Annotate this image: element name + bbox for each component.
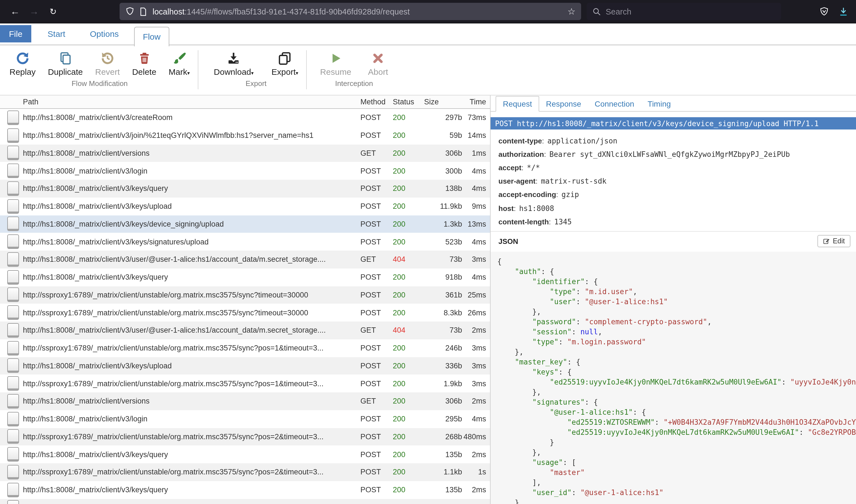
forward-button[interactable]: → (24, 6, 44, 17)
url-text: localhost:1445/#/flows/fba5f13d-91e1-437… (153, 7, 567, 16)
flow-indicator-button[interactable] (7, 430, 19, 444)
request-header-line[interactable]: accept:*/* (498, 161, 856, 175)
flow-path: http://hs1:8008/_matrix/client/v3/keys/q… (23, 450, 360, 458)
flow-indicator-button[interactable] (7, 110, 19, 125)
tab-flow[interactable]: Flow (134, 26, 169, 46)
delete-button[interactable]: Delete (126, 50, 162, 76)
flow-indicator-button[interactable] (7, 483, 19, 497)
table-row[interactable]: http://hs1:8008/_matrix/client/v3/user/@… (0, 251, 490, 268)
table-row[interactable]: http://hs1:8008/_matrix/client/v3/keys/s… (0, 233, 490, 251)
table-row[interactable]: http://hs1:8008/_matrix/client/v3/keys/q… (0, 446, 490, 464)
section-divider (491, 231, 856, 232)
extension-shield-icon[interactable] (820, 6, 828, 16)
column-time[interactable]: Time (462, 98, 490, 106)
table-row[interactable]: http://ssproxy1:6789/_matrix/client/unst… (0, 463, 490, 481)
table-row[interactable]: http://ssproxy1:6789/_matrix/client/unst… (0, 286, 490, 304)
flow-indicator-button[interactable] (7, 465, 19, 480)
request-header-line[interactable]: content-length:1345 (498, 215, 856, 228)
flow-indicator-button[interactable] (7, 128, 19, 143)
request-header-line[interactable]: accept-encoding:gzip (498, 188, 856, 201)
flow-indicator-button[interactable] (7, 181, 19, 196)
flow-path: http://hs1:8008/_matrix/client/v3/keys/q… (23, 184, 360, 193)
export-button[interactable]: Export▾ (266, 50, 305, 76)
flow-status: 200 (393, 131, 422, 140)
flow-indicator-button[interactable] (7, 323, 19, 338)
tab-request[interactable]: Request (496, 96, 539, 112)
menu-options[interactable]: Options (82, 25, 127, 42)
table-row[interactable]: http://hs1:8008/_matrix/client/v3/keys/d… (0, 215, 490, 233)
back-button[interactable]: ← (5, 6, 24, 17)
flow-indicator-button[interactable] (7, 376, 19, 391)
flow-size: 918b (422, 273, 462, 281)
flow-indicator-button[interactable] (7, 270, 19, 284)
flow-indicator-button[interactable] (7, 412, 19, 426)
table-row[interactable]: http://hs1:8008/_matrix/client/v3/join/%… (0, 127, 490, 145)
table-row[interactable]: http://hs1:8008/_matrix/client/v3/user/@… (0, 322, 490, 339)
table-row[interactable]: http://hs1:8008/_matrix/client/v3/loginP… (0, 162, 490, 180)
tab-timing[interactable]: Timing (641, 96, 678, 111)
flow-method: POST (360, 291, 393, 299)
browser-search-input[interactable] (606, 7, 762, 16)
table-row[interactable]: http://hs1:8008/_matrix/client/v3/keys/u… (0, 357, 490, 375)
flow-size: 361b (422, 291, 462, 299)
abort-button[interactable]: Abort (362, 50, 394, 76)
flow-indicator-button[interactable] (7, 447, 19, 462)
url-bar[interactable]: localhost:1445/#/flows/fba5f13d-91e1-437… (120, 3, 581, 20)
flow-time: 1s (462, 468, 490, 476)
table-row[interactable]: http://ssproxy1:6789/_matrix/client/unst… (0, 339, 490, 357)
table-row[interactable]: http://ssproxy1:6789/_matrix/client/unst… (0, 375, 490, 393)
table-row[interactable]: http://hs1:8008/_matrix/client/versionsG… (0, 144, 490, 162)
table-row[interactable]: http://hs1:8008/_matrix/client/v3/keys/q… (0, 481, 490, 499)
column-path[interactable]: Path (0, 98, 360, 106)
request-header-line[interactable]: content-type:application/json (498, 134, 856, 147)
json-body[interactable]: { "auth": { "identifier": { "type": "m.i… (491, 252, 856, 504)
flow-indicator-button[interactable] (7, 305, 19, 320)
flow-indicator-button[interactable] (7, 288, 19, 302)
flow-table-body: http://hs1:8008/_matrix/client/v3/create… (0, 109, 490, 504)
request-header-line[interactable]: user-agent:matrix-rust-sdk (498, 175, 856, 188)
flow-indicator-button[interactable] (7, 341, 19, 355)
bookmark-star-icon[interactable]: ☆ (567, 6, 576, 17)
download-button[interactable]: Download▾ (208, 50, 260, 76)
resume-button[interactable]: Resume (314, 50, 358, 76)
flow-indicator-button[interactable] (7, 394, 19, 409)
flow-indicator-button[interactable] (7, 199, 19, 214)
table-row[interactable]: http://hs1:8008/_matrix/client/v3/keys/q… (0, 268, 490, 286)
column-method[interactable]: Method (360, 98, 393, 106)
tab-response[interactable]: Response (539, 96, 588, 111)
flow-indicator-button[interactable] (7, 146, 19, 160)
mark-button[interactable]: Mark▾ (162, 50, 196, 76)
tab-connection[interactable]: Connection (588, 96, 641, 111)
downloads-icon[interactable] (839, 6, 848, 16)
column-size[interactable]: Size (422, 98, 462, 106)
revert-button[interactable]: Revert (89, 50, 126, 76)
flow-indicator-button[interactable] (7, 164, 19, 178)
replay-button[interactable]: Replay (3, 50, 41, 76)
reload-button[interactable]: ↻ (44, 6, 63, 16)
table-row[interactable]: http://hs1:8008/_matrix/client/v3/keys/u… (0, 198, 490, 215)
request-line[interactable]: POST http://hs1:8008/_matrix/client/v3/k… (491, 117, 856, 129)
edit-body-button[interactable]: Edit (818, 235, 851, 248)
flow-indicator-button[interactable] (7, 234, 19, 249)
table-row[interactable]: http://hs1:8008/_matrix/client/versionsG… (0, 392, 490, 410)
flow-indicator-button[interactable] (7, 217, 19, 231)
duplicate-button[interactable]: Duplicate (41, 50, 89, 76)
menu-file[interactable]: File (0, 25, 31, 42)
flow-indicator-button[interactable] (7, 359, 19, 373)
request-header-line[interactable]: authorization:Bearer syt_dXNlci0xLWFsaWN… (498, 147, 856, 161)
column-status[interactable]: Status (393, 98, 422, 106)
flow-status: 200 (393, 149, 422, 157)
flow-method: GET (360, 255, 393, 264)
flow-indicator-button[interactable] (7, 252, 19, 267)
menu-start[interactable]: Start (39, 25, 73, 42)
toolbar-separator (306, 50, 307, 89)
browser-search-box[interactable] (587, 3, 781, 20)
table-row[interactable]: http://hs1:8008/_matrix/client/v3/loginP… (0, 410, 490, 428)
request-header-line[interactable]: host:hs1:8008 (498, 201, 856, 215)
flow-indicator-button[interactable] (7, 500, 19, 504)
table-row[interactable]: http://hs1:8008/_matrix/client/v3/keys/q… (0, 180, 490, 198)
table-row[interactable]: http://ssproxy1:6789/_matrix/client/unst… (0, 428, 490, 446)
table-row[interactable]: http://ssproxy1:6789/_matrix/client/unst… (0, 304, 490, 322)
table-row[interactable] (0, 499, 490, 504)
table-row[interactable]: http://hs1:8008/_matrix/client/v3/create… (0, 109, 490, 127)
